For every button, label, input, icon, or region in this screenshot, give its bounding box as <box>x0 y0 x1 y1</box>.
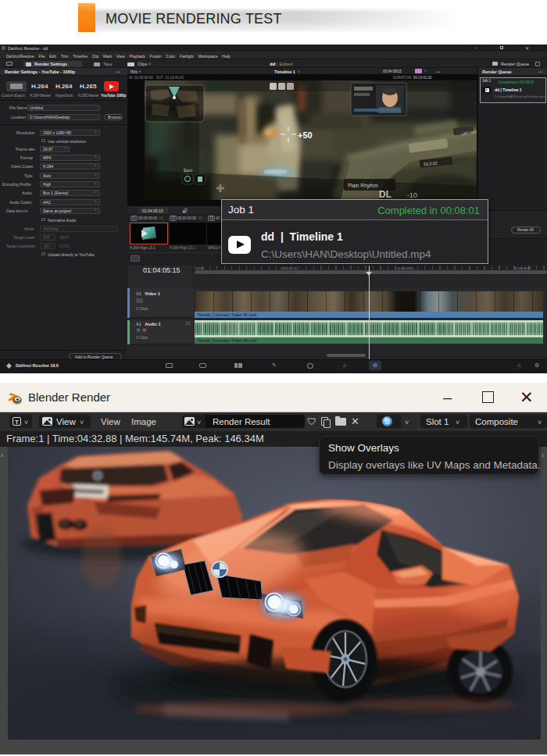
svg-text:+50: +50 <box>298 130 313 140</box>
svg-text:Eject: Eject <box>184 168 193 173</box>
svg-text:DL: DL <box>379 189 407 200</box>
svg-text:Plain Rhythm: Plain Rhythm <box>348 183 378 189</box>
svg-text:-10: -10 <box>407 191 417 199</box>
